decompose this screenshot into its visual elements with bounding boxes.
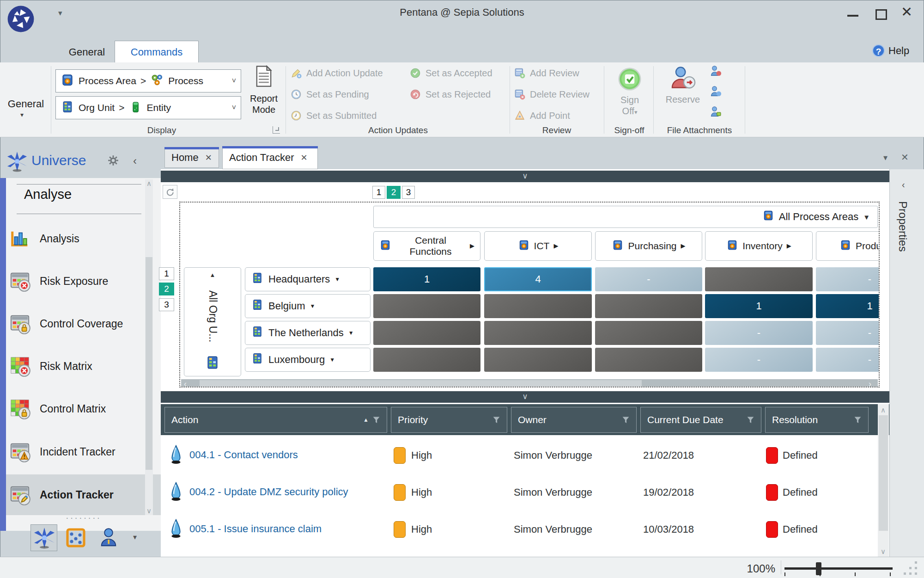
process-area-combobox[interactable]: Process Area > Process ˅ [55, 69, 241, 92]
pivot-cell[interactable]: - [705, 321, 813, 345]
pivot-left-page-button-2[interactable]: 2 [159, 283, 174, 295]
gear-icon[interactable] [107, 154, 119, 168]
pivot-cell[interactable] [595, 294, 702, 318]
pivot-left-page-button-3[interactable]: 3 [159, 298, 174, 311]
org-unit-combobox[interactable]: Org Unit > Entity ˅ [55, 96, 241, 119]
doc-tab-action-tracker[interactable]: Action Tracker ✕ [222, 146, 318, 169]
pivot-row-header-luxembourg[interactable]: Luxembourg▼ [245, 348, 371, 372]
pivot-cell[interactable] [595, 348, 702, 372]
add-point-button[interactable]: Add Point [514, 108, 570, 123]
pivot-cell[interactable]: - [816, 348, 880, 372]
pivot-left-page-button-1[interactable]: 1 [159, 267, 174, 280]
scroll-up-icon[interactable]: ∧ [146, 179, 152, 188]
ribbon-tab-general[interactable]: General [65, 42, 109, 62]
attachment-remove-icon[interactable] [710, 65, 723, 80]
reserve-button[interactable]: Reserve [660, 65, 706, 105]
pivot-row-header-belgium[interactable]: Belgium▼ [245, 294, 371, 318]
pivot-page-button-3[interactable]: 3 [402, 186, 415, 199]
set-as-rejected-button[interactable]: Set as Rejected [409, 87, 491, 102]
action-link[interactable]: 004.1 - Contact vendors [189, 449, 298, 461]
filter-funnel-icon[interactable] [854, 416, 862, 424]
sign-off-button[interactable]: Sign Off▾ [609, 66, 650, 118]
pivot-cell[interactable] [373, 348, 480, 372]
pivot-row-header-headquarters[interactable]: Headquarters▼ [245, 267, 371, 291]
pivot-column-header-purchasing[interactable]: Purchasing▶ [595, 231, 702, 261]
filter-funnel-icon[interactable] [372, 416, 380, 424]
pivot-row-axis[interactable]: ▲ All Org U... [184, 267, 241, 376]
help-button[interactable]: ? Help [872, 44, 909, 57]
pivot-row-header-the-netherlands[interactable]: The Netherlands▼ [245, 321, 371, 345]
refresh-button[interactable] [163, 185, 177, 199]
set-as-pending-button[interactable]: Set as Pending [290, 87, 369, 102]
pivot-page-button-2[interactable]: 2 [387, 186, 401, 199]
zoom-slider-thumb[interactable] [816, 562, 821, 575]
pivot-column-header-inventory[interactable]: Inventory▶ [705, 231, 813, 261]
tab-close-icon[interactable]: ✕ [301, 153, 308, 163]
zoom-slider[interactable] [784, 567, 893, 570]
pivot-cell[interactable]: - [816, 321, 880, 345]
pivot-cell[interactable]: 1 [373, 267, 480, 291]
sidebar-scrollbar-thumb[interactable] [146, 257, 152, 470]
set-as-accepted-button[interactable]: Set as Accepted [409, 66, 492, 80]
scroll-up-icon[interactable]: ∧ [881, 406, 886, 414]
minimize-button[interactable] [847, 15, 858, 17]
pivot-cell[interactable] [373, 294, 480, 318]
pivot-cell[interactable] [484, 321, 592, 345]
grid-column-header-action[interactable]: Action▲ [164, 407, 387, 433]
pivot-cell[interactable] [484, 294, 592, 318]
pivot-cell[interactable] [373, 321, 480, 345]
properties-expand-icon[interactable]: ‹ [902, 179, 905, 190]
pivot-cell[interactable] [484, 348, 592, 372]
sidebar-item-control-coverage[interactable]: Control Coverage [9, 310, 144, 338]
dialog-launcher-icon[interactable] [273, 126, 280, 134]
pivot-column-header-ict[interactable]: ICT▶ [484, 231, 592, 261]
grid-column-header-priority[interactable]: Priority [391, 407, 507, 433]
scroll-right-icon[interactable]: › [869, 379, 871, 387]
pivot-cell[interactable]: - [705, 348, 813, 372]
top-splitter-bar[interactable]: ∨ [161, 171, 889, 182]
grid-column-header-current-due-date[interactable]: Current Due Date [640, 407, 761, 433]
process-areas-filter-dropdown[interactable]: All Process Areas ▼ [373, 206, 878, 228]
pivot-cell[interactable]: 4 [484, 267, 592, 291]
tab-close-icon[interactable]: ✕ [205, 153, 212, 163]
grid-column-header-owner[interactable]: Owner [511, 407, 637, 433]
resize-grip[interactable] [915, 572, 917, 575]
sidebar-collapse-icon[interactable]: ‹ [133, 154, 137, 167]
add-action-update-button[interactable]: Add Action Update [290, 66, 383, 80]
pivot-cell[interactable]: - [816, 267, 880, 291]
close-button[interactable]: ✕ [901, 4, 912, 20]
pivot-column-header-producti[interactable]: Producti▶ [816, 231, 880, 261]
bottom-splitter-bar[interactable]: ∨ [161, 391, 889, 403]
table-row[interactable]: 005.1 - Issue insurance claimHighSimon V… [0, 516, 924, 543]
delete-review-button[interactable]: Delete Review [514, 87, 590, 102]
pivot-cell[interactable]: 1 [816, 294, 880, 318]
quick-access-caret-icon[interactable]: ▾ [58, 8, 62, 18]
set-as-submitted-button[interactable]: Set as Submitted [290, 108, 377, 123]
sidebar-item-analysis[interactable]: Analysis [9, 225, 144, 252]
doc-tabs-dropdown-icon[interactable]: ▾ [883, 153, 888, 163]
pivot-page-button-1[interactable]: 1 [372, 186, 385, 199]
action-link[interactable]: 005.1 - Issue insurance claim [189, 523, 322, 535]
attachment-add-icon[interactable] [710, 85, 723, 100]
grid-scrollbar-thumb[interactable] [879, 415, 888, 531]
maximize-button[interactable] [875, 9, 887, 20]
grid-column-header-resolution[interactable]: Resolution [765, 407, 869, 433]
table-row[interactable]: 004.1 - Contact vendorsHighSimon Verbrug… [0, 442, 924, 469]
doc-tabs-close-icon[interactable]: ✕ [901, 152, 909, 163]
sidebar-item-risk-exposure[interactable]: Risk Exposure [9, 267, 144, 295]
pivot-cell[interactable] [595, 321, 702, 345]
action-link[interactable]: 004.2 - Update DMZ security policy [189, 486, 348, 498]
ribbon-tab-commands[interactable]: Commands [115, 41, 199, 63]
scroll-down-icon[interactable]: ∨ [146, 507, 152, 515]
filter-funnel-icon[interactable] [492, 416, 500, 424]
filter-funnel-icon[interactable] [622, 416, 630, 424]
report-mode-button[interactable]: Report Mode [246, 64, 282, 125]
pivot-cell[interactable]: - [595, 267, 702, 291]
pivot-column-header-central-functions[interactable]: Central Functions▶ [373, 231, 480, 261]
scroll-down-icon[interactable]: ∨ [881, 547, 886, 556]
sidebar-item-control-matrix[interactable]: Control Matrix [9, 395, 144, 423]
doc-tab-home[interactable]: Home ✕ [164, 147, 219, 168]
sidebar-item-risk-matrix[interactable]: Risk Matrix [9, 352, 144, 380]
add-review-button[interactable]: Add Review [514, 66, 579, 80]
pivot-cell[interactable] [705, 267, 813, 291]
